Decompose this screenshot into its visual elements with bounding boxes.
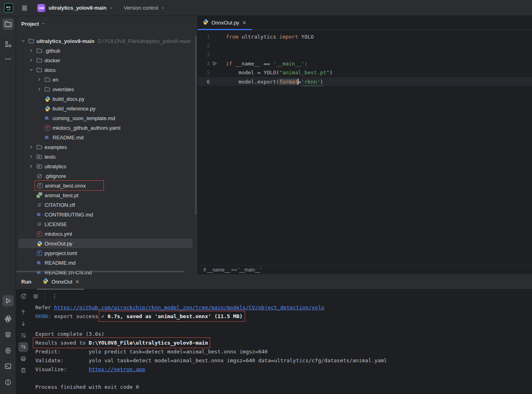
chevron-right-icon[interactable] xyxy=(37,86,42,92)
text-file-icon xyxy=(37,202,43,208)
soft-wrap-icon[interactable] xyxy=(18,331,28,340)
tree-item-.gitignore[interactable]: .gitignore xyxy=(18,171,193,181)
tree-item-coming-soon-template.md[interactable]: M↓coming_soon_template.md xyxy=(18,113,193,123)
code-line-2[interactable]: 2 xyxy=(198,41,532,50)
tree-item-ultralytics-yolov8-main[interactable]: ultralytics_yolov8-mainD:\YOLOV8_File\ul… xyxy=(18,36,193,46)
up-arrow-icon[interactable] xyxy=(18,307,28,317)
tree-item-overrides[interactable]: overrides xyxy=(18,84,193,94)
line-number: 2 xyxy=(198,43,210,49)
chevron-down-icon[interactable] xyxy=(109,6,114,10)
project-tool-window-folder-icon[interactable] xyxy=(2,18,14,30)
avatar[interactable]: UM xyxy=(37,4,45,12)
tree-item-en[interactable]: en xyxy=(18,75,193,84)
chevron-down-icon[interactable] xyxy=(20,38,26,44)
code-line-5[interactable]: 5 model = YOLO("animal_best.pt") xyxy=(198,68,532,77)
down-arrow-icon[interactable] xyxy=(18,319,28,329)
structure-icon[interactable] xyxy=(2,39,14,50)
run-console-output[interactable]: Refer https://github.com/airockchip/rknn… xyxy=(30,303,532,394)
close-icon[interactable]: ✕ xyxy=(242,20,246,25)
tree-item-build-docs.py[interactable]: build_docs.py xyxy=(18,94,193,104)
project-panel-header[interactable]: Project xyxy=(16,16,197,31)
tree-item-animal-best.pt[interactable]: canimal_best.pt xyxy=(18,190,193,200)
console-link[interactable]: https://netron.app xyxy=(89,366,145,372)
tree-item-animal-best.onnx[interactable]: ?animal_best.onnx xyxy=(18,181,193,190)
rerun-icon[interactable] xyxy=(18,291,29,302)
chevron-right-icon[interactable] xyxy=(37,77,42,82)
folder-icon xyxy=(36,47,43,54)
python-file-icon xyxy=(43,278,49,286)
tree-horizontal-scrollbar[interactable] xyxy=(16,271,185,272)
project-root-path: D:\YOLOV8_File\ultralytics_yolov8-main xyxy=(98,38,191,44)
problems-icon[interactable] xyxy=(2,377,14,388)
chevron-right-icon[interactable] xyxy=(28,48,34,53)
folder-icon xyxy=(28,38,35,44)
breadcrumb[interactable]: if __name__ == '__main__' xyxy=(198,265,532,274)
run-tab-onnxout[interactable]: OnnxOut ✕ xyxy=(43,278,79,286)
tree-item-contributing.md[interactable]: M↓CONTRIBUTING.md xyxy=(18,210,193,219)
python-console-icon[interactable] xyxy=(2,313,14,325)
chevron-down-icon[interactable] xyxy=(41,21,46,26)
annotation-red-box: ✓ 0.7s, saved as 'animal_best.onnx' (11.… xyxy=(101,313,242,319)
scroll-to-end-icon[interactable] xyxy=(18,342,28,352)
tree-item-label: LICENSE xyxy=(45,221,67,227)
console-text: Validate: yolo val task=detect model=ani… xyxy=(35,357,387,363)
chevron-down-icon[interactable] xyxy=(28,67,34,73)
code-line-3[interactable]: 3 xyxy=(198,50,532,59)
services-layers-icon[interactable] xyxy=(2,329,14,340)
run-line-play-icon[interactable] xyxy=(212,61,217,66)
trash-icon[interactable] xyxy=(18,365,28,375)
tree-item-readme.md[interactable]: M↓README.md xyxy=(18,133,193,142)
kebab-menu-icon[interactable] xyxy=(49,291,60,302)
chevron-right-icon[interactable] xyxy=(28,163,34,169)
run-panel-header: Run OnnxOut ✕ xyxy=(16,274,532,290)
code-editor[interactable]: 1from ultralytics import YOLO234if __nam… xyxy=(198,30,532,86)
more-tool-windows-icon[interactable] xyxy=(2,53,14,65)
python-file-icon xyxy=(45,106,51,112)
tree-item-pyproject.toml[interactable]: Tpyproject.toml xyxy=(18,248,193,258)
unknown-file-icon: ? xyxy=(37,183,43,188)
project-selector[interactable]: ultralytics_yolov8-main xyxy=(49,5,107,11)
close-icon[interactable]: ✕ xyxy=(75,279,79,284)
main-menu-hamburger-icon[interactable] xyxy=(19,2,30,14)
tree-item-mkdocs-github-authors.yaml[interactable]: Ymkdocs_github_authors.yaml xyxy=(18,123,193,133)
console-line: Visualize: https://netron.app xyxy=(35,365,532,374)
tree-item-examples[interactable]: examples xyxy=(18,142,193,152)
tree-item-label: README.md xyxy=(45,260,75,266)
toolbar-separator xyxy=(45,293,45,300)
tree-item-label: .gitignore xyxy=(45,173,66,179)
tree-item-label: CONTRIBUTING.md xyxy=(45,212,93,218)
chevron-right-icon[interactable] xyxy=(28,154,34,159)
console-line: Process finished with exit code 0 xyxy=(35,383,532,392)
code-line-1[interactable]: 1from ultralytics import YOLO xyxy=(198,32,532,41)
run-tab-title: OnnxOut xyxy=(51,279,72,285)
tree-item-ultralytics[interactable]: ultralytics xyxy=(18,161,193,171)
partial-bottom-icon[interactable] xyxy=(2,391,14,394)
chevron-right-icon[interactable] xyxy=(28,57,34,63)
version-control-menu[interactable]: Version control xyxy=(124,5,158,11)
console-link[interactable]: https://github.com/airockchip/rknn_model… xyxy=(54,304,324,310)
editor-tab-onnxout[interactable]: OnnxOut.py ✕ xyxy=(198,16,252,30)
tree-item-license[interactable]: LICENSE xyxy=(18,219,193,229)
stop-icon[interactable] xyxy=(30,291,41,302)
print-icon[interactable] xyxy=(18,354,28,363)
tree-item-readme.md[interactable]: M↓README.md xyxy=(18,258,193,267)
tree-vertical-scrollbar[interactable] xyxy=(195,36,197,215)
hexagon-play-icon[interactable] xyxy=(2,345,14,356)
code-line-6[interactable]: 6 model.export(format='rknn') xyxy=(198,77,532,86)
run-tool-window-play-icon[interactable] xyxy=(2,295,14,306)
tree-item-onnxout.py[interactable]: OnnxOut.py xyxy=(18,239,193,248)
tree-item-build-reference.py[interactable]: build_reference.py xyxy=(18,104,193,113)
code-line-4[interactable]: 4if __name__ == '__main__': xyxy=(198,59,532,68)
folder-icon xyxy=(44,76,51,83)
tree-item-docker[interactable]: docker xyxy=(18,55,193,65)
tree-item-docs[interactable]: docs xyxy=(18,65,193,75)
tree-item-tests[interactable]: tests xyxy=(18,152,193,161)
console-line: Results saved to D:\YOLOV8_File\ultralyt… xyxy=(35,339,532,347)
tree-item-citation.cff[interactable]: CITATION.cff xyxy=(18,200,193,210)
chevron-right-icon[interactable] xyxy=(28,144,34,150)
tree-item-.github[interactable]: .github xyxy=(18,46,193,55)
terminal-icon[interactable] xyxy=(2,361,14,372)
tree-item-mkdocs.yml[interactable]: Ymkdocs.yml xyxy=(18,229,193,239)
console-text: Results saved to xyxy=(35,340,89,346)
chevron-down-icon[interactable] xyxy=(160,6,165,10)
